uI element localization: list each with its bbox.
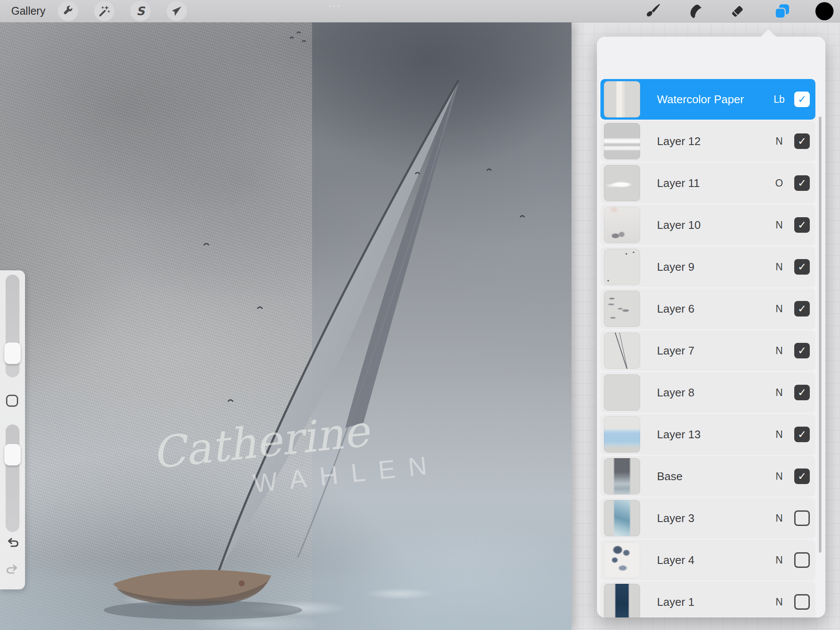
layer-name: Layer 7 [657,344,695,358]
blend-mode-button[interactable]: N [770,387,789,399]
blend-mode-button[interactable]: N [770,596,789,608]
blend-mode-button[interactable]: N [770,345,789,357]
magic-wand-icon [98,5,111,18]
transform-arrow-icon [171,5,183,18]
redo-button[interactable] [5,564,20,576]
blend-mode-button[interactable]: O [770,177,789,189]
layer-thumbnail[interactable] [604,458,640,494]
layer-name: Base [657,470,682,483]
top-toolbar: Gallery S ••• [0,0,840,22]
blend-mode-button[interactable]: Lb [770,94,789,105]
brush-opacity-slider[interactable] [6,424,19,532]
panel-pointer [760,29,777,37]
layer-visibility-checkbox[interactable] [794,594,810,610]
blend-mode-button[interactable]: N [770,303,789,315]
layer-row[interactable]: Layer 11 O ✓ [600,163,815,203]
layers-icon [774,3,791,20]
redo-icon [5,564,20,576]
canvas-options-handle[interactable]: ••• [329,3,342,9]
undo-icon [5,537,20,549]
modify-button[interactable] [6,395,18,407]
layer-thumbnail[interactable] [604,332,640,369]
layer-name: Watercolor Paper [657,93,744,106]
blend-mode-button[interactable]: N [770,429,789,440]
layer-visibility-checkbox[interactable]: ✓ [794,133,810,149]
layer-name: Layer 8 [657,386,695,399]
blend-mode-button[interactable]: N [770,554,789,566]
layer-visibility-checkbox[interactable]: ✓ [794,343,810,358]
layer-name: Layer 11 [657,177,700,190]
layer-row[interactable]: Layer 7 N ✓ [600,330,815,371]
layer-row[interactable]: Layer 1 N [600,582,815,617]
layer-thumbnail[interactable] [604,81,640,117]
layer-name: Layer 9 [657,260,695,274]
layer-visibility-checkbox[interactable]: ✓ [794,175,810,191]
selections-button[interactable]: S [130,1,151,21]
layer-thumbnail[interactable] [604,374,640,411]
layer-thumbnail[interactable] [604,542,640,578]
color-picker-button[interactable] [815,2,834,21]
layer-thumbnail[interactable] [604,165,640,201]
layer-row[interactable]: Layer 3 N [600,498,815,538]
brush-icon [644,3,661,20]
layer-row[interactable]: Layer 9 N ✓ [600,247,815,287]
layer-row[interactable]: Layer 12 N ✓ [600,121,815,161]
smudge-tool-button[interactable] [686,2,705,21]
blend-mode-button[interactable]: N [770,261,789,273]
brush-size-slider[interactable] [6,275,19,377]
brush-size-handle[interactable] [4,342,21,364]
layer-visibility-checkbox[interactable]: ✓ [794,92,810,107]
blend-mode-button[interactable]: N [770,471,789,482]
blend-mode-button[interactable]: N [770,136,789,147]
layers-panel: Layers + Watercolor Paper Lb ✓ Layer 12 … [597,37,825,617]
layer-visibility-checkbox[interactable]: ✓ [794,259,810,275]
brush-opacity-handle[interactable] [4,444,21,465]
brush-tool-button[interactable] [643,2,662,21]
layer-row[interactable]: Layer 13 N ✓ [600,414,815,455]
blend-mode-button[interactable]: N [770,513,789,524]
layer-thumbnail[interactable] [604,249,640,285]
smudge-finger-icon [687,3,704,20]
layers-scrollbar[interactable] [819,117,821,553]
layer-thumbnail[interactable] [604,584,640,617]
layer-visibility-checkbox[interactable]: ✓ [794,301,810,317]
layer-visibility-checkbox[interactable] [794,510,810,526]
selection-s-icon: S [136,4,145,18]
layer-row[interactable]: Layer 4 N [600,540,815,580]
eraser-icon [729,3,746,20]
layer-thumbnail[interactable] [604,500,640,536]
layers-panel-button[interactable] [773,2,792,21]
layer-row[interactable]: Layer 10 N ✓ [600,205,815,245]
layer-visibility-checkbox[interactable]: ✓ [794,217,810,233]
layer-name: Layer 10 [657,218,701,232]
layer-thumbnail[interactable] [604,416,640,453]
layer-thumbnail[interactable] [604,123,640,159]
wrench-icon [62,5,75,18]
sailboat-illustration [0,22,572,630]
undo-button[interactable] [5,537,20,549]
actions-button[interactable] [58,1,78,21]
eraser-tool-button[interactable] [728,2,747,21]
layer-thumbnail[interactable] [604,291,640,327]
blend-mode-button[interactable]: N [770,219,789,231]
layer-visibility-checkbox[interactable]: ✓ [794,427,810,442]
layer-name: Layer 13 [657,428,701,441]
layer-thumbnail[interactable] [604,207,640,243]
layer-row[interactable]: Layer 6 N ✓ [600,288,815,329]
gallery-button[interactable]: Gallery [11,5,45,17]
brush-sidebar [0,270,25,589]
layer-row[interactable]: Base N ✓ [600,456,815,497]
layer-row[interactable]: Layer 8 N ✓ [600,372,815,413]
layer-row[interactable]: Watercolor Paper Lb ✓ [600,79,815,120]
layer-name: Layer 3 [657,512,695,525]
layer-name: Layer 4 [657,554,695,567]
layer-visibility-checkbox[interactable]: ✓ [794,469,810,484]
layer-list: Watercolor Paper Lb ✓ Layer 12 N ✓ Layer… [600,79,815,617]
layer-name: Layer 12 [657,135,701,148]
transform-button[interactable] [167,1,187,21]
layer-visibility-checkbox[interactable]: ✓ [794,385,810,400]
layer-visibility-checkbox[interactable] [794,552,810,568]
canvas[interactable]: Catherine WAHLEN [0,22,572,630]
adjustments-button[interactable] [94,1,114,21]
layer-name: Layer 1 [657,595,695,609]
